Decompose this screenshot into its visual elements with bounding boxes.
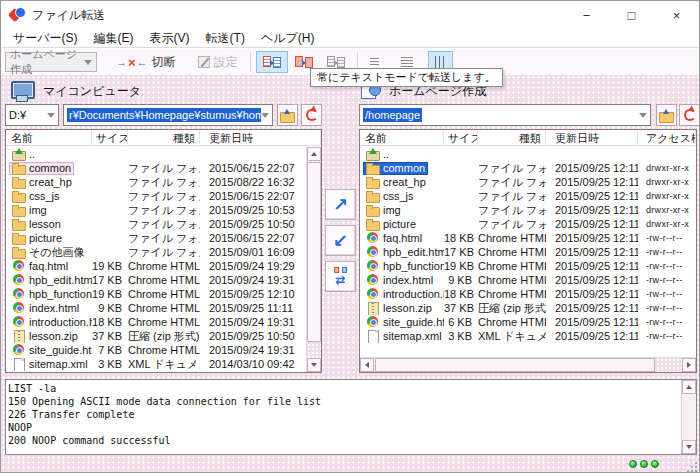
file-row[interactable]: sitemap.xml 3 KB XML ドキュメント 2014/03/10 0… bbox=[6, 357, 306, 371]
scroll-right-button[interactable] bbox=[682, 358, 696, 372]
local-up-folder-button[interactable] bbox=[277, 104, 298, 126]
file-row[interactable]: introduction.h... 18 KB Chrome HTML ... … bbox=[360, 287, 696, 301]
file-row[interactable]: site_guide.html 7 KB Chrome HTML ... 201… bbox=[6, 343, 306, 357]
file-row[interactable]: index.html 9 KB Chrome HTML ... 2015/09/… bbox=[6, 301, 306, 315]
file-row[interactable]: css_js ファイル フォルダー 2015/09/25 12:11 drwxr… bbox=[360, 189, 696, 203]
log-lines[interactable]: LIST -la150 Opening ASCII mode data conn… bbox=[8, 382, 680, 452]
scroll-left-button[interactable] bbox=[360, 358, 374, 372]
file-row[interactable]: creat_hp ファイル フォルダー 2015/09/25 12:11 drw… bbox=[360, 175, 696, 189]
text-mode-button[interactable] bbox=[256, 51, 288, 73]
download-arrow-icon: ↙ bbox=[333, 232, 348, 250]
scroll-up-button[interactable] bbox=[307, 147, 321, 161]
file-size: 19 KB bbox=[444, 260, 478, 272]
file-date: 2015/09/25 12:11 bbox=[546, 274, 638, 286]
file-row[interactable]: picture ファイル フォルダー 2015/06/15 22:07 bbox=[6, 231, 306, 245]
column-header-name[interactable]: 名前 bbox=[6, 130, 92, 146]
column-header-name[interactable]: 名前 bbox=[360, 130, 444, 146]
file-size: 18 KB bbox=[444, 288, 478, 300]
file-row[interactable]: introduction.h... 18 KB Chrome HTML ... … bbox=[6, 315, 306, 329]
minimize-button[interactable]: − bbox=[564, 1, 609, 29]
column-header-type[interactable]: 種類 bbox=[128, 130, 200, 146]
settings-button[interactable]: 設定 bbox=[191, 51, 245, 73]
menu-item[interactable]: 転送(T) bbox=[198, 30, 253, 47]
menu-item[interactable]: サーバー(S) bbox=[5, 30, 86, 47]
file-icon bbox=[12, 148, 26, 160]
file-row[interactable]: creat_hp ファイル フォルダー 2015/08/22 16:32 bbox=[6, 175, 306, 189]
file-row[interactable]: hpb_function... 19 KB Chrome HTML ... 20… bbox=[360, 259, 696, 273]
file-row[interactable]: hpb_edit.html 17 KB Chrome HTML ... 2015… bbox=[360, 245, 696, 259]
file-row[interactable]: lesson.zip 37 KB 圧縮 (zip 形式) ... 2015/09… bbox=[360, 301, 696, 315]
file-row[interactable]: hpb_edit.html 17 KB Chrome HTML ... 2015… bbox=[6, 273, 306, 287]
download-button[interactable]: ↙ bbox=[325, 225, 356, 256]
file-row[interactable]: sitemap.xml 3 KB XML ドキュメント 2015/09/25 1… bbox=[360, 329, 696, 343]
file-row[interactable]: common ファイル フォルダー 2015/09/25 12:11 drwxr… bbox=[360, 161, 696, 175]
remote-refresh-button[interactable] bbox=[679, 104, 700, 126]
file-date: 2015/09/25 10:53 bbox=[200, 204, 306, 216]
scroll-up-button[interactable] bbox=[682, 380, 696, 394]
file-row[interactable]: css_js ファイル フォルダー 2015/06/15 22:07 bbox=[6, 189, 306, 203]
column-header-size[interactable]: サイズ bbox=[92, 130, 128, 146]
file-access: drwxr-xr-x bbox=[638, 219, 696, 229]
file-row[interactable]: faq.html 18 KB Chrome HTML ... 2015/09/2… bbox=[360, 231, 696, 245]
scroll-down-button[interactable] bbox=[682, 440, 696, 454]
file-row[interactable]: img ファイル フォルダー 2015/09/25 12:11 drwxr-xr… bbox=[360, 203, 696, 217]
file-row[interactable]: site_guide.html 6 KB Chrome HTML ... 201… bbox=[360, 315, 696, 329]
file-row[interactable]: lesson.zip 37 KB 圧縮 (zip 形式) ... 2015/09… bbox=[6, 329, 306, 343]
menu-item[interactable]: 編集(E) bbox=[86, 30, 142, 47]
file-row[interactable]: picture ファイル フォルダー 2015/09/25 12:11 drwx… bbox=[360, 217, 696, 231]
file-date: 2015/09/25 12:11 bbox=[546, 176, 638, 188]
column-header-date[interactable]: 更新日時 bbox=[546, 130, 638, 146]
column-header-type[interactable]: 種類 bbox=[478, 130, 546, 146]
file-row[interactable]: index.html 9 KB Chrome HTML ... 2015/09/… bbox=[360, 273, 696, 287]
file-row[interactable]: lesson ファイル フォルダー 2015/09/25 10:50 bbox=[6, 217, 306, 231]
file-icon bbox=[366, 148, 380, 160]
menu-bar: サーバー(S)編集(E)表示(V)転送(T)ヘルプ(H) bbox=[1, 29, 699, 48]
file-date: 2015/09/25 12:11 bbox=[546, 288, 638, 300]
file-row[interactable]: faq.html 19 KB Chrome HTML ... 2015/09/2… bbox=[6, 259, 306, 273]
file-row[interactable]: .. bbox=[360, 147, 696, 161]
file-type: ファイル フォルダー bbox=[478, 203, 546, 218]
site-select[interactable]: ホームページ作成 bbox=[5, 52, 97, 72]
file-type: Chrome HTML ... bbox=[128, 288, 200, 300]
remote-horizontal-scrollbar[interactable] bbox=[360, 357, 696, 372]
file-size: 19 KB bbox=[92, 288, 128, 300]
window-title: ファイル転送 bbox=[32, 7, 105, 24]
menu-item[interactable]: ヘルプ(H) bbox=[253, 30, 323, 47]
sync-button[interactable]: ⇄ bbox=[325, 261, 356, 292]
menu-item[interactable]: 表示(V) bbox=[142, 30, 198, 47]
close-button[interactable]: × bbox=[654, 1, 699, 29]
disconnect-button[interactable]: →×← 切断 bbox=[109, 51, 183, 73]
scroll-thumb[interactable] bbox=[375, 358, 655, 372]
file-date: 2015/09/25 12:11 bbox=[546, 260, 638, 272]
maximize-button[interactable]: □ bbox=[609, 1, 654, 29]
file-row[interactable]: その他画像 ファイル フォルダー 2015/09/01 16:09 bbox=[6, 245, 306, 259]
remote-up-folder-button[interactable] bbox=[656, 104, 677, 126]
resize-grip[interactable] bbox=[686, 461, 697, 472]
file-name: .. bbox=[29, 148, 35, 160]
file-access: drwxr-xr-x bbox=[638, 191, 696, 201]
scroll-thumb[interactable] bbox=[307, 162, 321, 342]
refresh-icon bbox=[305, 108, 319, 122]
file-row[interactable]: hpb_function... 19 KB Chrome HTML ... 20… bbox=[6, 287, 306, 301]
file-row[interactable]: .. bbox=[6, 147, 306, 161]
file-row[interactable]: img ファイル フォルダー 2015/09/25 10:53 bbox=[6, 203, 306, 217]
local-vertical-scrollbar[interactable] bbox=[306, 147, 321, 372]
title-bar[interactable]: ファイル転送 − □ × bbox=[1, 1, 699, 29]
file-size: 17 KB bbox=[444, 246, 478, 258]
scroll-down-button[interactable] bbox=[307, 358, 321, 372]
file-row[interactable]: common ファイル フォルダー 2015/06/15 22:07 bbox=[6, 161, 306, 175]
log-line: 150 Opening ASCII mode data connection f… bbox=[8, 395, 680, 408]
local-path-input[interactable]: r¥Documents¥Homepage¥sturnus¥homepage bbox=[63, 104, 273, 126]
log-scrollbar[interactable] bbox=[681, 380, 696, 454]
drive-select[interactable]: D:¥ bbox=[5, 104, 59, 126]
local-panel-header: マイコンピュータ bbox=[9, 81, 141, 101]
column-header-size[interactable]: サイズ bbox=[444, 130, 478, 146]
upload-button[interactable]: ↗ bbox=[325, 189, 356, 220]
log-line: NOOP bbox=[8, 421, 680, 434]
local-refresh-button[interactable] bbox=[301, 104, 322, 126]
column-header-access[interactable]: アクセス権 bbox=[638, 130, 696, 146]
file-type: Chrome HTML ... bbox=[478, 232, 546, 244]
remote-path-input[interactable]: /homepage bbox=[359, 104, 651, 126]
column-header-date[interactable]: 更新日時 bbox=[200, 130, 321, 146]
file-type: ファイル フォルダー bbox=[478, 189, 546, 204]
